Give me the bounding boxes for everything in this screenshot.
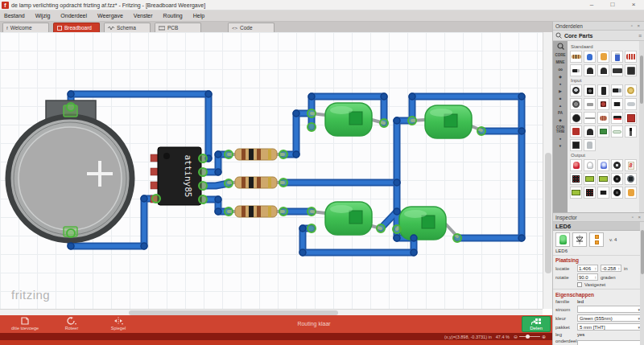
rail-bin-icon[interactable]: ●	[559, 137, 562, 141]
rail-bin-icon[interactable]: ■	[559, 97, 562, 101]
zoom-slider[interactable]: ⊖ ⊕	[514, 335, 546, 339]
zoom-in-icon[interactable]: ⊕	[542, 335, 546, 339]
schematic-view-swatch[interactable]	[572, 232, 587, 247]
part-clipped-icon[interactable]	[625, 187, 637, 199]
menu-routing[interactable]: Routing	[163, 13, 183, 18]
part-piezo-disc-icon[interactable]	[625, 84, 637, 97]
part-knob-large-icon[interactable]	[570, 112, 582, 124]
menu-help[interactable]: Help	[193, 13, 204, 18]
part-slide-switch-icon[interactable]	[611, 84, 623, 97]
rail-bin-icon[interactable]: ●	[559, 82, 562, 86]
parts-scrollbar[interactable]	[639, 41, 644, 212]
close-button[interactable]: ×	[623, 0, 644, 10]
search-icon[interactable]	[555, 32, 562, 39]
maximize-button[interactable]: □	[602, 0, 623, 10]
part-pushbutton-icon[interactable]	[584, 84, 596, 97]
part-ic-icon[interactable]	[611, 64, 623, 76]
menu-wijzig[interactable]: Wijzig	[35, 13, 51, 18]
rail-bin-icon[interactable]: ▶	[559, 89, 561, 93]
rail-infinity-icon[interactable]: ∞	[558, 68, 563, 72]
part-motor-fan-icon[interactable]	[611, 159, 623, 171]
pakket-dropdown[interactable]: 5 mm [THT]▾	[577, 323, 642, 331]
part-loudspeaker-icon[interactable]	[625, 173, 637, 185]
led-3[interactable]	[325, 202, 372, 235]
part-probe-icon[interactable]	[625, 125, 637, 138]
zoom-slider-track[interactable]	[519, 336, 540, 337]
stroom-dropdown[interactable]: ▾	[577, 306, 642, 313]
zoom-out-icon[interactable]: ⊖	[514, 335, 518, 339]
rail-mine[interactable]: MINE	[555, 60, 564, 64]
part-sensor-module-icon[interactable]	[625, 112, 637, 124]
part-reed-switch-icon[interactable]	[611, 125, 623, 138]
tab-welcome[interactable]: f Welcome	[2, 23, 49, 32]
part-microphone-icon[interactable]	[584, 139, 596, 151]
mirror-button[interactable]: Spiegel	[95, 317, 142, 331]
part-photoresistor-icon[interactable]	[597, 112, 609, 124]
panel-dock-icons[interactable]: ▫ ×	[631, 23, 642, 28]
part-transistor-icon[interactable]	[584, 64, 596, 76]
part-transistor-icon[interactable]	[597, 64, 609, 76]
part-potentiometer-icon[interactable]	[570, 84, 582, 97]
part-battery-icon[interactable]	[611, 51, 623, 63]
part-diode-icon[interactable]	[570, 64, 582, 76]
part-seven-segment-icon[interactable]: 8	[625, 159, 637, 171]
part-capacitor-small-icon[interactable]	[584, 98, 596, 110]
inspector-scrollbar[interactable]	[640, 222, 644, 345]
scrollbar-thumb[interactable]	[641, 230, 644, 274]
coin-cell-battery[interactable]	[8, 101, 132, 240]
led-4[interactable]	[399, 207, 446, 240]
part-clipped-icon[interactable]	[570, 187, 582, 199]
add-note-button[interactable]: ditie toevoege	[2, 317, 48, 331]
part-thermistor-icon[interactable]	[584, 125, 596, 138]
rotate-button[interactable]: Roteer	[48, 317, 95, 331]
part-button-red-icon[interactable]	[597, 98, 609, 110]
locked-checkbox[interactable]	[577, 282, 582, 287]
part-knob-icon[interactable]	[570, 98, 582, 110]
kleur-dropdown[interactable]: Green (555nm)▾	[577, 314, 642, 322]
part-clipped-icon[interactable]	[611, 187, 623, 199]
menu-venster[interactable]: Venster	[134, 13, 153, 18]
location-x-spinbox[interactable]: 1.406↕	[577, 265, 598, 272]
resistor-3[interactable]	[235, 206, 277, 217]
rail-contrib[interactable]: CON TRIB	[553, 125, 568, 133]
part-mystery-icon[interactable]	[625, 64, 637, 76]
part-piezo-speaker-icon[interactable]	[611, 173, 623, 185]
minimize-button[interactable]: –	[581, 0, 602, 10]
part-accelerometer-icon[interactable]	[611, 98, 623, 110]
part-sensor-module-red-icon[interactable]	[570, 125, 582, 138]
search-icon[interactable]	[557, 43, 564, 50]
part-led-matrix-icon[interactable]	[570, 173, 582, 185]
part-lcd-display-icon[interactable]	[597, 173, 609, 185]
led-2[interactable]	[425, 105, 472, 138]
menu-weergave[interactable]: Weergave	[97, 13, 123, 18]
tab-schema[interactable]: Schema	[104, 23, 151, 32]
rail-bin-icon[interactable]: ◆	[559, 118, 561, 122]
part-rotary-encoder-icon[interactable]	[597, 84, 609, 97]
rail-scroll-down-icon[interactable]: ▾	[559, 144, 561, 148]
bin-menu-icon[interactable]: ≡	[638, 33, 642, 39]
part-wire-icon[interactable]	[584, 112, 596, 124]
rotation-spinbox[interactable]: 90.0↕	[577, 273, 598, 281]
part-capacitor-orange-icon[interactable]	[597, 51, 609, 63]
breadboard-view-swatch[interactable]	[555, 232, 570, 247]
canvas-horizontal-scrollbar[interactable]	[0, 309, 543, 315]
part-inductor-icon[interactable]	[625, 51, 637, 63]
part-crystal-icon[interactable]	[625, 98, 637, 110]
tab-breadboard[interactable]: Breadboard	[53, 23, 100, 32]
menu-bestand[interactable]: Bestand	[4, 13, 25, 18]
share-button[interactable]: Delen	[522, 316, 551, 332]
part-sensor-module-green-icon[interactable]	[597, 125, 609, 138]
location-y-spinbox[interactable]: -0.258↕	[601, 265, 621, 272]
part-clipped-icon[interactable]	[584, 187, 596, 199]
tab-code[interactable]: <> Code	[228, 23, 275, 32]
panel-dock-icons[interactable]: ▫ ×	[632, 215, 642, 220]
part-resistor-icon[interactable]	[570, 51, 582, 63]
pcb-view-swatch[interactable]	[589, 232, 604, 247]
scrollbar-thumb[interactable]	[640, 55, 643, 104]
part-led-white-icon[interactable]	[584, 159, 596, 171]
menu-onderdeel[interactable]: Onderdeel	[60, 13, 87, 18]
part-led-red-icon[interactable]	[570, 159, 582, 171]
scrollbar-thumb[interactable]	[545, 153, 551, 273]
rail-core[interactable]: CORE	[555, 53, 565, 57]
zoom-value[interactable]: 47.4 %	[496, 335, 510, 339]
